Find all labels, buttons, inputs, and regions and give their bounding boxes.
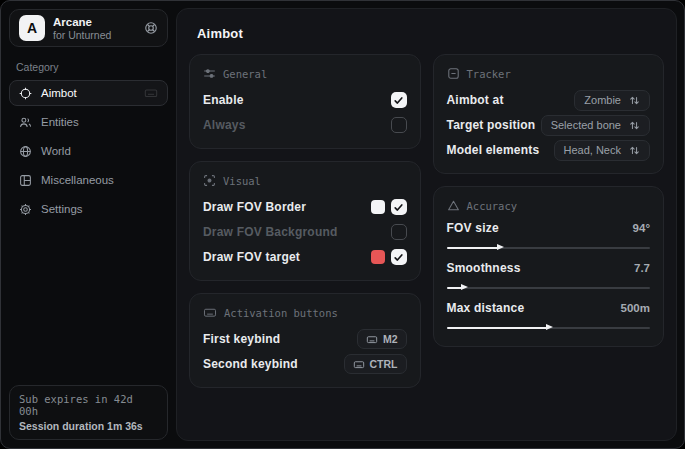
keyboard-icon [366, 334, 378, 345]
main-panel: Aimbot General Enable [176, 8, 677, 441]
max-distance-setting: Max distance 500m [447, 301, 651, 332]
slider-thumb[interactable] [546, 324, 553, 330]
enable-checkbox[interactable] [391, 92, 407, 108]
fov-size-setting: FOV size 94° [447, 221, 651, 252]
globe-icon [19, 145, 32, 158]
setting-label: First keybind [203, 332, 280, 346]
left-column: General Enable Always [189, 54, 421, 388]
sidebar-item-settings[interactable]: Settings [9, 196, 168, 222]
crosshair-icon [19, 87, 32, 100]
visual-header: Visual [203, 174, 407, 187]
setting-row-fov-target: Draw FOV target [203, 246, 407, 268]
keyboard-icon [353, 359, 365, 370]
first-keybind-button[interactable]: M2 [357, 329, 407, 349]
second-keybind-button[interactable]: CTRL [344, 354, 407, 374]
visual-header-label: Visual [223, 175, 261, 187]
setting-label: Aimbot at [447, 93, 504, 107]
general-header-label: General [223, 68, 267, 80]
brand-header: A Arcane for Unturned [9, 9, 168, 47]
accuracy-header: Accuracy [447, 199, 651, 212]
target-position-select[interactable]: Selected bone [541, 115, 650, 136]
setting-label: Draw FOV target [203, 250, 300, 264]
setting-label: Smoothness [447, 261, 521, 275]
general-header: General [203, 67, 407, 80]
box-minus-icon [447, 67, 460, 80]
aimbot-at-select[interactable]: Zombie [574, 90, 650, 111]
fov-background-checkbox[interactable] [391, 224, 407, 240]
sidebar: A Arcane for Unturned Category Aimbot [1, 1, 176, 448]
select-value: Selected bone [551, 119, 621, 131]
brand-logo: A [19, 15, 45, 41]
sidebar-item-label: World [41, 145, 71, 157]
setting-label: Draw FOV Background [203, 225, 338, 239]
visual-card: Visual Draw FOV Border Draw FOV Backgrou… [189, 161, 421, 281]
always-checkbox[interactable] [391, 117, 407, 133]
layout-icon [19, 174, 32, 187]
slider-thumb[interactable] [497, 244, 504, 250]
setting-row-target-position: Target position Selected bone [447, 114, 651, 136]
right-column: Tracker Aimbot at Zombie Target position [433, 54, 665, 347]
smoothness-slider[interactable] [447, 283, 651, 292]
setting-label: Max distance [447, 301, 525, 315]
setting-label: Model elements [447, 143, 540, 157]
keybind-value: CTRL [370, 358, 398, 370]
fov-border-color-swatch[interactable] [371, 200, 385, 214]
app-window: A Arcane for Unturned Category Aimbot [0, 0, 685, 449]
slider-thumb[interactable] [461, 284, 468, 290]
fov-size-value: 94° [633, 222, 650, 234]
brand-title: Arcane [53, 15, 111, 29]
sidebar-item-label: Entities [41, 116, 79, 128]
keybind-value: M2 [383, 333, 398, 345]
max-distance-slider[interactable] [447, 323, 651, 332]
session-duration-text: Session duration 1m 36s [19, 420, 158, 432]
sidebar-item-world[interactable]: World [9, 138, 168, 164]
setting-label: Second keybind [203, 357, 298, 371]
tracker-card: Tracker Aimbot at Zombie Target position [433, 54, 665, 174]
activation-header: Activation buttons [203, 306, 407, 319]
select-value: Head, Neck [564, 144, 621, 156]
triangle-icon [447, 199, 460, 212]
subscription-info: Sub expires in 42d 00h Session duration … [9, 385, 168, 440]
swap-vertical-icon [629, 145, 640, 156]
sidebar-item-label: Aimbot [41, 87, 77, 99]
sidebar-item-entities[interactable]: Entities [9, 109, 168, 135]
category-label: Category [16, 61, 161, 73]
sidebar-item-label: Miscellaneous [41, 174, 114, 186]
setting-label: Draw FOV Border [203, 200, 306, 214]
gear-icon [19, 203, 32, 216]
brand-subtitle: for Unturned [53, 29, 111, 42]
setting-label: Enable [203, 93, 244, 107]
sub-expiry-text: Sub expires in 42d 00h [19, 393, 158, 417]
tracker-header-label: Tracker [467, 68, 511, 80]
smoothness-value: 7.7 [634, 262, 650, 274]
setting-label: Target position [447, 118, 536, 132]
setting-row-always: Always [203, 114, 407, 136]
tracker-header: Tracker [447, 67, 651, 80]
sidebar-item-aimbot[interactable]: Aimbot [9, 80, 168, 106]
fov-border-checkbox[interactable] [391, 199, 407, 215]
scan-eye-icon [203, 174, 216, 187]
select-value: Zombie [584, 94, 621, 106]
keyboard-icon [203, 306, 217, 319]
smoothness-setting: Smoothness 7.7 [447, 261, 651, 292]
page-title: Aimbot [197, 26, 664, 41]
brand-text: Arcane for Unturned [53, 15, 111, 42]
setting-row-fov-border: Draw FOV Border [203, 196, 407, 218]
setting-row-enable: Enable [203, 89, 407, 111]
setting-row-first-keybind: First keybind M2 [203, 328, 407, 350]
setting-row-second-keybind: Second keybind CTRL [203, 353, 407, 375]
setting-label: FOV size [447, 221, 499, 235]
sidebar-item-miscellaneous[interactable]: Miscellaneous [9, 167, 168, 193]
fov-target-checkbox[interactable] [391, 249, 407, 265]
activation-header-label: Activation buttons [224, 307, 338, 319]
setting-row-aimbot-at: Aimbot at Zombie [447, 89, 651, 111]
fov-size-slider[interactable] [447, 243, 651, 252]
sliders-icon [203, 67, 216, 80]
support-icon[interactable] [144, 21, 158, 35]
users-icon [19, 116, 32, 129]
fov-target-color-swatch[interactable] [371, 250, 385, 264]
swap-vertical-icon [629, 95, 640, 106]
sidebar-item-label: Settings [41, 203, 83, 215]
general-card: General Enable Always [189, 54, 421, 149]
model-elements-select[interactable]: Head, Neck [554, 140, 650, 161]
